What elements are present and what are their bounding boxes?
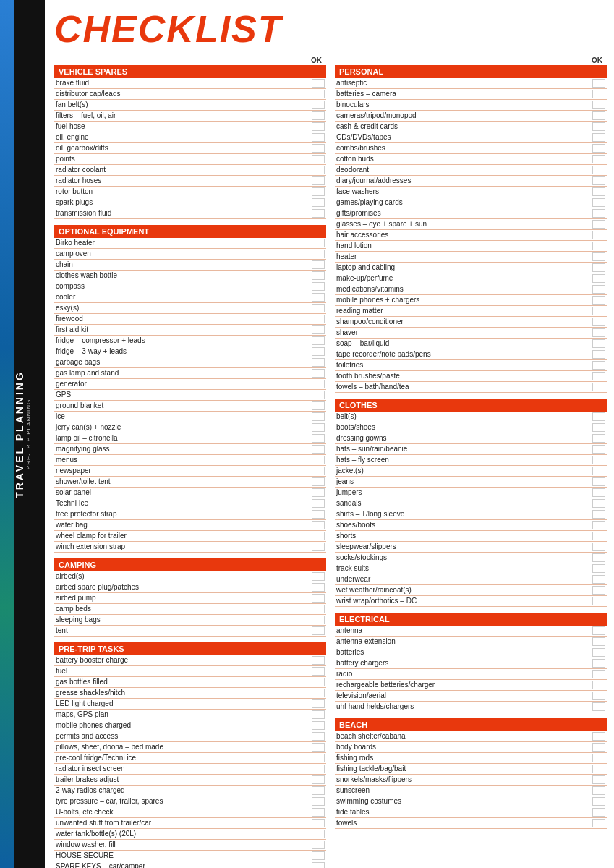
item-checkbox[interactable] [312, 445, 325, 454]
item-checkbox[interactable] [592, 743, 605, 752]
item-checkbox[interactable] [592, 659, 605, 668]
item-checkbox[interactable] [312, 358, 325, 367]
item-checkbox[interactable] [592, 339, 605, 348]
item-checkbox[interactable] [312, 423, 325, 432]
item-checkbox[interactable] [592, 575, 605, 584]
item-checkbox[interactable] [312, 369, 325, 378]
item-checkbox[interactable] [592, 187, 605, 196]
item-checkbox[interactable] [312, 326, 325, 334]
item-checkbox[interactable] [312, 488, 325, 497]
item-checkbox[interactable] [592, 775, 605, 784]
item-checkbox[interactable] [592, 155, 605, 163]
item-checkbox[interactable] [312, 678, 325, 686]
item-checkbox[interactable] [312, 347, 325, 356]
item-checkbox[interactable] [592, 198, 605, 207]
item-checkbox[interactable] [312, 239, 325, 247]
item-checkbox[interactable] [592, 754, 605, 762]
item-checkbox[interactable] [592, 274, 605, 283]
item-checkbox[interactable] [592, 586, 605, 595]
item-checkbox[interactable] [312, 187, 325, 196]
item-checkbox[interactable] [592, 372, 605, 380]
item-checkbox[interactable] [312, 667, 325, 676]
item-checkbox[interactable] [312, 90, 325, 98]
item-checkbox[interactable] [312, 304, 325, 312]
item-checkbox[interactable] [592, 499, 605, 508]
item-checkbox[interactable] [592, 242, 605, 250]
item-checkbox[interactable] [592, 819, 605, 827]
item-checkbox[interactable] [312, 862, 325, 868]
item-checkbox[interactable] [592, 445, 605, 454]
item-checkbox[interactable] [592, 111, 605, 120]
item-checkbox[interactable] [592, 285, 605, 294]
item-checkbox[interactable] [312, 467, 325, 475]
item-checkbox[interactable] [592, 488, 605, 497]
item-checkbox[interactable] [312, 775, 325, 784]
item-checkbox[interactable] [592, 626, 605, 635]
item-checkbox[interactable] [312, 391, 325, 399]
item-checkbox[interactable] [592, 412, 605, 421]
item-checkbox[interactable] [592, 808, 605, 817]
item-checkbox[interactable] [312, 434, 325, 443]
item-checkbox[interactable] [592, 231, 605, 239]
item-checkbox[interactable] [312, 122, 325, 131]
item-checkbox[interactable] [592, 209, 605, 218]
item-checkbox[interactable] [592, 361, 605, 370]
item-checkbox[interactable] [592, 637, 605, 646]
item-checkbox[interactable] [592, 670, 605, 678]
item-checkbox[interactable] [592, 477, 605, 486]
item-checkbox[interactable] [312, 786, 325, 795]
item-checkbox[interactable] [312, 699, 325, 708]
item-checkbox[interactable] [312, 176, 325, 185]
item-checkbox[interactable] [312, 380, 325, 388]
item-checkbox[interactable] [312, 808, 325, 817]
item-checkbox[interactable] [592, 296, 605, 305]
item-checkbox[interactable] [592, 383, 605, 391]
item-checkbox[interactable] [592, 263, 605, 272]
item-checkbox[interactable] [312, 336, 325, 345]
item-checkbox[interactable] [592, 521, 605, 529]
item-checkbox[interactable] [592, 133, 605, 142]
item-checkbox[interactable] [312, 754, 325, 762]
item-checkbox[interactable] [592, 597, 605, 605]
item-checkbox[interactable] [312, 521, 325, 529]
item-checkbox[interactable] [312, 819, 325, 827]
item-checkbox[interactable] [312, 499, 325, 508]
item-checkbox[interactable] [592, 467, 605, 475]
item-checkbox[interactable] [592, 166, 605, 174]
item-checkbox[interactable] [312, 797, 325, 806]
item-checkbox[interactable] [312, 510, 325, 519]
item-checkbox[interactable] [312, 732, 325, 741]
item-checkbox[interactable] [312, 79, 325, 88]
item-checkbox[interactable] [312, 412, 325, 421]
item-checkbox[interactable] [592, 542, 605, 551]
item-checkbox[interactable] [592, 252, 605, 261]
item-checkbox[interactable] [312, 841, 325, 849]
item-checkbox[interactable] [592, 318, 605, 326]
item-checkbox[interactable] [312, 271, 325, 280]
item-checkbox[interactable] [592, 732, 605, 741]
item-checkbox[interactable] [592, 786, 605, 795]
item-checkbox[interactable] [592, 797, 605, 806]
item-checkbox[interactable] [592, 307, 605, 315]
item-checkbox[interactable] [592, 532, 605, 540]
item-checkbox[interactable] [312, 656, 325, 665]
item-checkbox[interactable] [312, 260, 325, 269]
item-checkbox[interactable] [312, 293, 325, 302]
item-checkbox[interactable] [592, 122, 605, 131]
item-checkbox[interactable] [312, 830, 325, 838]
item-checkbox[interactable] [312, 594, 325, 603]
item-checkbox[interactable] [592, 176, 605, 185]
item-checkbox[interactable] [592, 564, 605, 573]
item-checkbox[interactable] [592, 702, 605, 711]
item-checkbox[interactable] [312, 133, 325, 142]
item-checkbox[interactable] [592, 456, 605, 464]
item-checkbox[interactable] [592, 101, 605, 109]
item-checkbox[interactable] [592, 553, 605, 562]
item-checkbox[interactable] [312, 155, 325, 163]
item-checkbox[interactable] [592, 328, 605, 337]
item-checkbox[interactable] [312, 101, 325, 109]
item-checkbox[interactable] [312, 851, 325, 860]
item-checkbox[interactable] [312, 401, 325, 410]
item-checkbox[interactable] [312, 250, 325, 258]
item-checkbox[interactable] [312, 456, 325, 464]
